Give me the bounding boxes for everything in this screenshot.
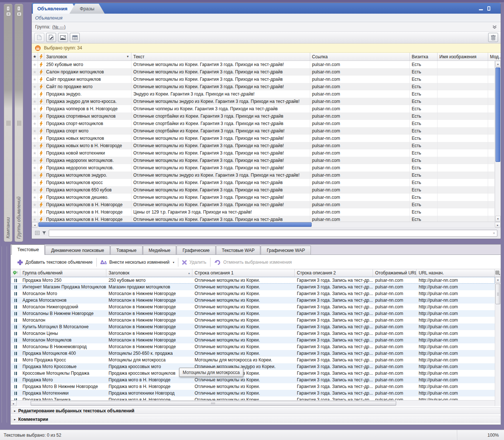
text-ad-row[interactable]: Кроссовые Мотоциклы ПродажаПродажа кросс… [11, 370, 495, 377]
ad-row[interactable]: ★Продажа новых мотоцикловОтличные мотоци… [32, 135, 495, 142]
column-header-desc1[interactable]: Строка описания 1 [192, 269, 295, 277]
favorite-star-icon[interactable]: ★ [32, 76, 38, 83]
favorite-star-icon[interactable]: ★ [32, 68, 38, 76]
delete-button-top[interactable] [488, 33, 498, 42]
text-ad-row[interactable]: Мотосалон МотоцикловМотосалон в Нижнем Н… [11, 337, 495, 343]
text-ad-row[interactable]: Мотосалон МотоМотосалон в Нижнем Новгоро… [11, 290, 495, 297]
text-ad-row[interactable]: Продажа МототехникиПродажа мототехники Н… [11, 390, 495, 396]
text-ad-row[interactable]: Мотосалоны В НижнемовгородМотосалон в Ни… [11, 343, 495, 350]
favorite-star-icon[interactable]: ★ [32, 61, 38, 68]
ad-row[interactable]: ★Продажа мотоциклов кроссОтличные мотоци… [32, 179, 495, 186]
table-view-button[interactable] [70, 33, 80, 42]
text-ad-row[interactable]: Мотосалон ЦеныМотосалон в Нижнем Новгоро… [11, 330, 495, 337]
ad-row[interactable]: ★Продажа мотоциклов в Н. НовгородеЦены о… [32, 208, 495, 216]
column-header-title[interactable]: Заголовок▼ [44, 53, 131, 60]
ad-row[interactable]: ★Продажа мотоциклов в Н. НовгородеОтличн… [32, 216, 495, 222]
favorite-star-icon[interactable]: ★ [32, 83, 38, 90]
column-header-link[interactable]: Ссылка [310, 53, 410, 60]
text-ad-row[interactable]: МотосалонМотосалон в Нижнем НовгородеОтл… [11, 317, 495, 323]
scroll-thumb[interactable] [31, 401, 396, 406]
collapsed-panel-ad-groups[interactable]: Группы объявлений [14, 4, 23, 242]
column-header-vcard[interactable]: Визитка [410, 53, 438, 60]
panel-grip[interactable] [7, 121, 10, 126]
scroll-left-icon[interactable]: ◂ [32, 222, 38, 228]
ad-type-tab-7[interactable]: Графические WAP [261, 246, 311, 254]
column-header-dest-url[interactable]: URL назнач. [416, 269, 495, 277]
ad-row[interactable]: ★Продажа спортивных мотоцикловОтличные с… [32, 112, 495, 120]
ad-type-tab-3[interactable]: Товарные [110, 246, 143, 254]
ad-type-tab-1[interactable]: Текстовые [11, 245, 45, 255]
favorite-star-icon[interactable]: ★ [32, 157, 38, 164]
favorite-star-icon[interactable]: ★ [32, 112, 38, 120]
favorite-star-icon[interactable]: ★ [32, 98, 38, 105]
add-text-ad-button[interactable]: Добавить текстовое объявление [14, 260, 96, 265]
ads-vertical-scrollbar[interactable]: ▴ ▾ [495, 61, 501, 222]
favorite-star-icon[interactable]: ★ [32, 120, 38, 127]
favorite-star-icon[interactable]: ★ [32, 208, 38, 216]
column-header-image-name[interactable]: Имя изображения [438, 53, 488, 60]
text-ad-row[interactable]: Продажа Мотоциклов 400Мотоциклы 250-650 … [11, 350, 495, 357]
scroll-right-icon[interactable]: ▸ [495, 222, 501, 228]
status-column-header[interactable] [11, 269, 20, 277]
ads-horizontal-scrollbar[interactable]: ◂ ▸ [32, 222, 501, 228]
ad-row[interactable]: ★Продажа спорт-мотоцикловОтличные спортб… [32, 120, 495, 127]
favorite-star-icon[interactable]: ★ [32, 201, 38, 208]
list-icon[interactable] [35, 230, 40, 236]
text-ad-row[interactable]: Продажа Мото ТехникаПродажа мото в Н. Но… [11, 396, 495, 400]
text-ad-row[interactable]: Продажа Мото КроссовыеПродажа кроссовых … [11, 363, 495, 370]
filter-arrow-icon[interactable]: ▼ [126, 55, 129, 58]
ad-row[interactable]: ★Продажа эндуро.Эндуро из Кореи. Гаранти… [32, 90, 495, 98]
collapsed-panel-campaigns[interactable]: Кампании [4, 4, 13, 242]
column-header-title[interactable]: Заголовок▴ [106, 269, 192, 277]
splitter-grip[interactable] [7, 246, 7, 423]
ad-type-tab-6[interactable]: Текстовые WAP [216, 246, 261, 254]
zoom-level[interactable]: 100% [457, 430, 504, 440]
expand-panel-icon[interactable] [17, 13, 21, 15]
favorite-star-icon[interactable]: ★ [32, 186, 38, 194]
text-ad-row[interactable]: Мото Продажа КроссМотоциклы для мотокрос… [11, 357, 495, 363]
image-button[interactable] [58, 33, 68, 42]
pin-panel-icon[interactable] [18, 7, 20, 10]
scroll-down-icon[interactable]: ▾ [495, 216, 501, 222]
text-ad-row[interactable]: Интернет Магазин Продажа МотоцикловМагаз… [11, 284, 495, 290]
clear-filter-icon[interactable]: × [493, 231, 495, 235]
column-header-desc2[interactable]: Строка описания 2 [295, 269, 373, 277]
column-header-moderation[interactable]: Мод... [488, 53, 501, 60]
panel-grip[interactable] [17, 121, 21, 126]
favorite-star-icon[interactable]: ★ [32, 90, 38, 98]
favorite-star-icon[interactable]: ★ [32, 105, 38, 112]
text-ad-row[interactable]: Купить Мотоцикл В МотосалонеМотосалон в … [11, 323, 495, 330]
expand-panel-icon[interactable] [7, 13, 10, 15]
group-number-link[interactable]: (№ ---) [52, 24, 65, 30]
favorite-star-icon[interactable]: ★ [32, 127, 38, 135]
favorite-star-icon[interactable]: ★ [32, 179, 38, 186]
star-column-header[interactable]: ★ [32, 53, 38, 60]
ad-row[interactable]: ★Продажа спорт мотоОтличные спортбайки и… [32, 127, 495, 135]
text-ad-row[interactable]: Мотосалон НижегородскийМотосалон в Нижне… [11, 304, 495, 310]
scroll-thumb[interactable] [496, 284, 500, 304]
ad-row[interactable]: ★Продажа мотоциклов дешево.Отличные мото… [32, 194, 495, 201]
section-comments[interactable]: ▸ Комментарии [11, 416, 500, 423]
ad-row[interactable]: ★Продажа мотоциклов эндуро.Отличные мото… [32, 172, 495, 179]
new-document-button[interactable] [34, 33, 44, 42]
ad-type-tab-4[interactable]: Медийные [143, 246, 176, 254]
undo-changes-button[interactable]: Отменить выбранные изменения [210, 260, 296, 265]
favorite-star-icon[interactable]: ★ [32, 216, 38, 222]
text-ads-vertical-scrollbar[interactable]: ▴ ▾ [495, 277, 501, 406]
favorite-star-icon[interactable]: ★ [32, 142, 38, 149]
minimize-panel-icon[interactable] [479, 9, 483, 10]
ad-row[interactable]: ★Продажа мотоциклов 650 кубовОтличные мо… [32, 186, 495, 194]
ad-row[interactable]: ★Продажа мотоциклов в Н. НовгородеОтличн… [32, 201, 495, 208]
section-edit-selected[interactable]: ▸ Редактирование выбранных текстовых объ… [11, 407, 500, 414]
scroll-thumb[interactable] [496, 67, 500, 162]
ad-row[interactable]: ★Продажа недорогих мотоциклов.Отличные м… [32, 164, 495, 172]
column-header-display-url[interactable]: Отображаемый URL [373, 269, 416, 277]
ad-row[interactable]: ★Продажа чопперов в Н. НовгородеОтличные… [32, 105, 495, 112]
favorite-star-icon[interactable]: ★ [32, 172, 38, 179]
scroll-down-icon[interactable]: ▾ [495, 277, 501, 283]
column-header-text[interactable]: Текст [131, 53, 310, 60]
text-ad-row[interactable]: Продажа МотоПродажа мото в Н. НовгородеО… [11, 377, 495, 383]
ad-row[interactable]: ★250 кубовые мотоОтличные мотоциклы из К… [32, 61, 495, 68]
column-chooser-icon[interactable] [495, 269, 501, 277]
pin-panel-icon[interactable] [7, 7, 9, 10]
